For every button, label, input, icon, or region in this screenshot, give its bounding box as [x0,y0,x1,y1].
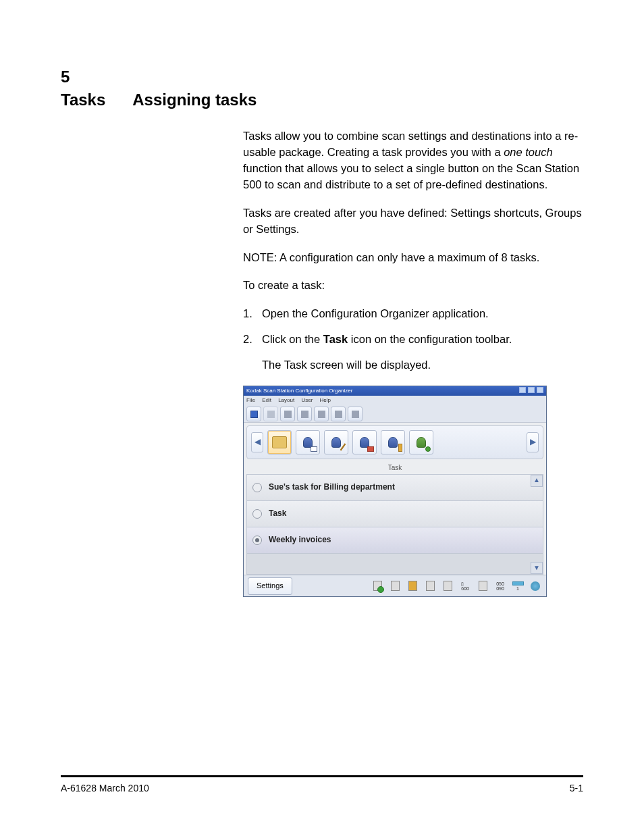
task-label: Sue's task for Billing department [269,481,395,493]
footer-right: 5-1 [570,783,583,793]
pencil-icon [340,444,346,451]
doc-icon [391,581,400,591]
radio-icon[interactable] [252,483,262,492]
radio-icon[interactable] [252,536,262,545]
menu-help[interactable]: Help [320,397,331,403]
toolbar-button-3[interactable] [280,407,295,421]
mail-icon [311,446,317,452]
group-settings-button[interactable] [381,430,405,454]
steps-heading: To create a task: [243,278,583,294]
task-row[interactable]: Task [247,501,543,527]
ribbon-label: Task [244,462,546,474]
generic-icon [352,411,359,418]
toolbar-button-6[interactable] [331,407,346,421]
task-label: Task [269,508,286,519]
group-share-button[interactable] [352,430,377,454]
section-title-right: Assigning tasks [132,90,257,109]
step-1: 1. Open the Configuration Organizer appl… [243,306,583,322]
status-dpi: ▯ 600 [458,579,472,593]
menu-edit[interactable]: Edit [262,397,271,403]
settings-button[interactable]: Settings [248,577,292,595]
status-bar: Settings ▯ 600 050 090 [244,575,546,596]
generic-icon [301,411,308,418]
doc-icon [444,581,452,591]
group-active-button[interactable] [409,430,433,454]
toolbar [244,405,546,423]
generic-icon [335,411,342,418]
status-icon-6[interactable] [476,579,489,593]
status-icon-3[interactable] [406,579,419,593]
badge-icon [398,444,402,452]
section-title-left: Tasks [61,90,105,109]
step-2: 2. Click on the Task icon on the configu… [243,332,583,348]
window-controls [518,387,543,396]
scroll-up-button[interactable]: ▲ [531,475,543,487]
page-footer: A-61628 March 2010 5-1 [61,775,583,793]
person-icon [388,437,398,448]
footer-left: A-61628 March 2010 [61,783,149,793]
application-window: Kodak Scan Station Configuration Organiz… [243,386,547,597]
task-list: ▲ Sue's task for Billing department Task… [246,474,543,575]
folder-icon [272,436,287,448]
config-toolbar: ◀ [246,425,543,459]
task-label: Weekly invoices [269,534,331,546]
generic-icon [284,411,292,418]
section-title-line: Tasks Assigning tasks [61,90,583,109]
scroll-down-button[interactable]: ▼ [531,562,543,574]
toolbar-button-4[interactable] [297,407,312,421]
person-icon [417,437,426,448]
status-icon-4[interactable] [423,579,437,593]
scroll-left-button[interactable]: ◀ [251,432,263,452]
radio-icon[interactable] [252,509,262,519]
paragraph-1: Tasks allow you to combine scan settings… [243,128,583,193]
doc-icon [426,581,435,591]
close-button[interactable] [537,387,543,393]
doc-icon [408,581,417,591]
status-icon-snow[interactable] [529,579,542,593]
toolbar-button-5[interactable] [314,407,329,421]
share-icon [367,446,374,452]
maximize-button[interactable] [528,387,535,393]
status-icon-2[interactable] [388,579,402,593]
step-2-result: The Task screen will be displayed. [262,357,583,373]
menu-file[interactable]: File [246,397,255,403]
active-icon [425,446,431,452]
doc-icon [373,581,382,591]
person-icon [331,437,341,448]
config-toolbar-icons [267,430,522,454]
menu-user[interactable]: User [301,397,313,403]
status-scale: 050 090 [493,579,507,593]
task-icon-button[interactable] [267,430,292,454]
page-content: 5 Tasks Assigning tasks Tasks allow you … [0,0,644,637]
status-copies: 1 [511,579,525,593]
toolbar-button-2[interactable] [263,407,278,421]
body-text: Tasks allow you to combine scan settings… [243,128,583,597]
group-email-button[interactable] [296,430,320,454]
status-icon-5[interactable] [441,579,454,593]
menu-bar: File Edit Layout User Help [244,396,546,405]
task-row[interactable]: Weekly invoices [247,527,543,554]
bar-icon [512,581,524,585]
doc-icon [479,581,487,591]
snowflake-icon [531,581,540,591]
window-title: Kodak Scan Station Configuration Organiz… [246,387,352,395]
paragraph-2: Tasks are created after you have defined… [243,205,583,238]
minimize-button[interactable] [519,387,526,393]
group-edit-button[interactable] [324,430,348,454]
save-icon [250,411,258,418]
note: NOTE: A configuration can only have a ma… [243,250,583,266]
toolbar-save-button[interactable] [246,407,261,421]
scroll-right-button[interactable]: ▶ [527,432,539,452]
window-titlebar[interactable]: Kodak Scan Station Configuration Organiz… [244,386,546,396]
generic-icon [318,411,325,418]
status-icon-1[interactable] [371,579,384,593]
generic-icon [267,411,275,418]
task-row[interactable]: Sue's task for Billing department [247,475,543,501]
toolbar-button-7[interactable] [348,407,363,421]
doc-small-icon: ▯ [461,581,464,586]
menu-layout[interactable]: Layout [278,397,294,403]
section-number: 5 [61,68,583,86]
task-list-inner: Sue's task for Billing department Task W… [247,475,543,575]
